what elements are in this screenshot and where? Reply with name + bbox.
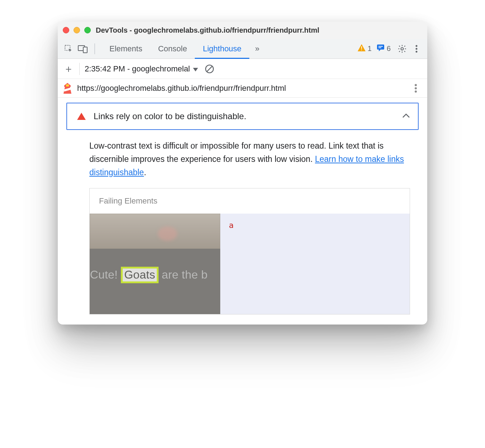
failing-elements-panel: Failing Elements So Cute! Goats are the …: [89, 188, 410, 314]
svg-point-16: [415, 87, 417, 89]
audit-description: Low-contrast text is difficult or imposs…: [66, 137, 419, 188]
audit-description-post: .: [144, 168, 146, 177]
failing-elements-title: Failing Elements: [90, 188, 410, 214]
toolbar-separator: [94, 43, 95, 54]
thumb-caption: So Cute! Goats are the b: [90, 267, 208, 283]
thumb-highlight-box: Goats: [121, 267, 158, 283]
more-tabs-button[interactable]: »: [251, 42, 264, 55]
svg-point-11: [416, 51, 418, 52]
console-issue-counts[interactable]: 1 6: [358, 44, 391, 53]
report-menu-icon[interactable]: [409, 82, 422, 95]
clear-report-icon[interactable]: [203, 62, 216, 75]
element-screenshot-thumb[interactable]: So Cute! Goats are the b: [90, 214, 220, 314]
fail-triangle-icon: [77, 113, 86, 120]
window-title: DevTools - googlechromelabs.github.io/fr…: [96, 26, 319, 34]
inspect-element-icon[interactable]: [62, 42, 75, 55]
message-icon: [377, 44, 385, 53]
svg-point-8: [401, 47, 404, 50]
svg-point-10: [416, 48, 418, 50]
thumb-text-post: are the b: [159, 268, 208, 281]
close-window-button[interactable]: [63, 27, 69, 33]
svg-rect-7: [378, 47, 381, 48]
svg-line-13: [207, 66, 212, 71]
report-content: Links rely on color to be distinguishabl…: [58, 98, 427, 325]
separator: [79, 63, 80, 75]
titlebar: DevTools - googlechromelabs.github.io/fr…: [58, 22, 427, 39]
chevron-up-icon: [402, 113, 410, 120]
tab-elements[interactable]: Elements: [102, 39, 150, 59]
window-controls: [63, 27, 91, 33]
svg-point-17: [415, 90, 417, 93]
svg-rect-14: [66, 84, 69, 87]
devtools-window: DevTools - googlechromelabs.github.io/fr…: [58, 22, 427, 325]
report-url: https://googlechromelabs.github.io/frien…: [77, 84, 404, 93]
audit-title: Links rely on color to be distinguishabl…: [94, 111, 394, 121]
tab-console[interactable]: Console: [150, 39, 195, 59]
svg-rect-2: [83, 47, 87, 53]
lighthouse-icon: [63, 83, 72, 94]
svg-rect-3: [361, 46, 362, 49]
svg-rect-5: [377, 45, 384, 50]
audit-summary-row[interactable]: Links rely on color to be distinguishabl…: [66, 103, 419, 130]
element-tag[interactable]: a: [229, 214, 234, 314]
svg-point-15: [415, 84, 417, 86]
minimize-window-button[interactable]: [74, 27, 80, 33]
kebab-menu-icon[interactable]: [410, 42, 423, 55]
report-url-bar: https://googlechromelabs.github.io/frien…: [58, 79, 427, 98]
dropdown-caret-icon: [193, 64, 198, 74]
devtools-toolbar: Elements Console Lighthouse » 1 6: [58, 39, 427, 59]
report-selector-label: 2:35:42 PM - googlechromelal: [85, 64, 190, 74]
warning-icon: [358, 44, 366, 53]
thumb-text-pre: So Cute!: [90, 268, 121, 281]
warning-count: 1: [368, 45, 372, 53]
svg-point-9: [416, 45, 418, 47]
device-toolbar-icon[interactable]: [76, 42, 89, 55]
settings-gear-icon[interactable]: [396, 42, 409, 55]
svg-rect-4: [361, 50, 362, 50]
lighthouse-subtoolbar: ＋ 2:35:42 PM - googlechromelal: [58, 59, 427, 79]
failing-elements-body: So Cute! Goats are the b a: [90, 214, 410, 314]
zoom-window-button[interactable]: [84, 27, 91, 33]
new-report-button[interactable]: ＋: [63, 62, 74, 76]
message-count: 6: [387, 45, 391, 53]
report-selector[interactable]: 2:35:42 PM - googlechromelal: [85, 64, 198, 74]
panel-tabs: Elements Console Lighthouse: [102, 39, 249, 59]
svg-rect-6: [378, 46, 383, 47]
tab-lighthouse[interactable]: Lighthouse: [195, 39, 249, 59]
